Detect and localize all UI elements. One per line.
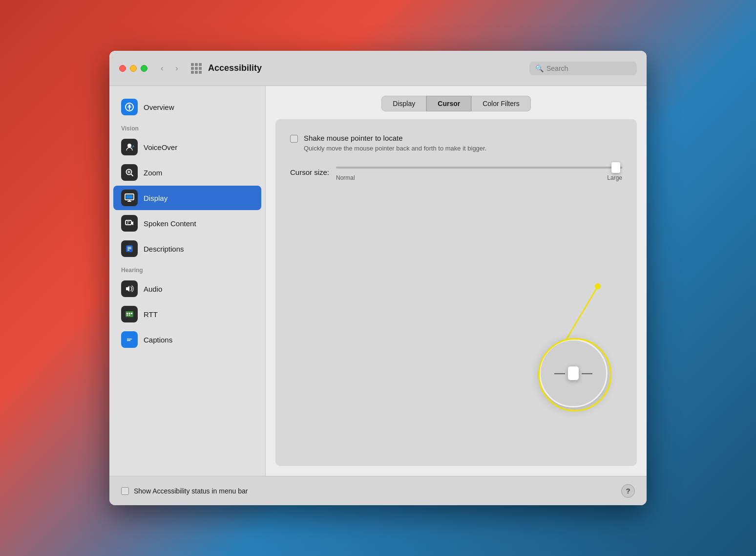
overview-icon [121,99,138,115]
sidebar-item-spoken-label: Spoken Content [144,219,196,228]
grid-button[interactable] [189,62,203,75]
sidebar-item-rtt[interactable]: RTT [113,302,261,326]
display-icon [121,190,138,206]
titlebar: ‹ › Accessibility 🔍 [109,51,647,86]
right-panel: Display Cursor Color Filters Shake mouse… [266,86,647,476]
cursor-size-row: Cursor size: Normal Large [290,163,622,181]
sidebar-item-display-label: Display [144,194,168,202]
sidebar-item-display[interactable]: Display [113,186,261,210]
audio-icon [121,280,138,297]
minimize-button[interactable] [130,65,137,72]
sidebar-item-voiceover[interactable]: VoiceOver [113,135,261,159]
sidebar-item-rtt-label: RTT [144,310,158,319]
bottom-checkbox-row: Show Accessibility status in menu bar [121,487,621,495]
slider-container: Normal Large [336,163,622,181]
slider-large-label: Large [607,174,622,181]
main-window: ‹ › Accessibility 🔍 [109,51,647,505]
nav-buttons: ‹ › [156,63,183,74]
spoken-content-icon [121,215,138,232]
shake-mouse-title: Shake mouse pointer to locate [304,134,486,142]
svg-point-1 [128,105,130,107]
sidebar-item-descriptions-label: Descriptions [144,245,184,253]
search-bar[interactable]: 🔍 [529,62,637,75]
svg-line-31 [564,286,598,344]
search-input[interactable] [546,64,625,72]
captions-icon [121,331,138,348]
slider-labels: Normal Large [336,174,622,181]
sidebar-item-zoom[interactable]: Zoom [113,160,261,185]
svg-rect-24 [131,313,132,314]
traffic-lights [119,65,147,72]
tab-cursor[interactable]: Cursor [426,96,471,111]
svg-rect-23 [129,313,130,314]
close-button[interactable] [119,65,126,72]
grid-icon [191,63,202,74]
slider-track [336,167,622,169]
svg-rect-14 [126,220,131,225]
svg-rect-26 [129,315,130,316]
shake-mouse-text: Shake mouse pointer to locate Quickly mo… [304,134,486,153]
rtt-icon [121,306,138,322]
shake-mouse-description: Quickly move the mouse pointer back and … [304,144,486,153]
svg-line-7 [131,174,133,176]
accessibility-status-label: Show Accessibility status in menu bar [134,487,248,495]
svg-rect-25 [126,315,128,316]
slider-thumb[interactable] [611,162,620,173]
sidebar-item-overview[interactable]: Overview [113,95,261,119]
vision-section-label: Vision [109,120,265,134]
svg-point-5 [132,147,133,148]
hearing-section-label: Hearing [109,262,265,276]
zoom-circle: — — [539,339,608,407]
slider-normal-label: Normal [336,174,355,181]
descriptions-icon [121,240,138,257]
slider-zoom-container: — — [539,339,608,407]
zoom-icon [121,164,138,181]
content-area: Shake mouse pointer to locate Quickly mo… [275,119,637,466]
sidebar-item-audio[interactable]: Audio [113,277,261,301]
svg-rect-27 [126,337,133,342]
search-icon: 🔍 [535,64,544,72]
svg-rect-13 [126,195,133,199]
help-button[interactable]: ? [621,484,635,498]
sidebar-item-spoken-content[interactable]: Spoken Content [113,211,261,235]
voiceover-icon [121,139,138,155]
sidebar: Overview Vision VoiceOver [109,86,266,476]
sidebar-item-audio-label: Audio [144,285,162,293]
svg-point-4 [127,144,131,148]
forward-button[interactable]: › [171,63,183,74]
yellow-circle-outline [538,338,611,411]
tab-display[interactable]: Display [381,96,426,111]
sidebar-item-captions[interactable]: Captions [113,327,261,352]
sidebar-item-descriptions[interactable]: Descriptions [113,236,261,261]
sidebar-item-voiceover-label: VoiceOver [144,143,177,151]
sidebar-item-captions-label: Captions [144,336,172,344]
main-content: Overview Vision VoiceOver [109,86,647,476]
slider-track-wrapper[interactable] [336,163,622,172]
accessibility-status-checkbox[interactable] [121,487,129,495]
sidebar-item-overview-label: Overview [144,103,174,111]
tabs-bar: Display Cursor Color Filters [275,96,637,111]
maximize-button[interactable] [141,65,147,72]
zoom-wrapper: — — [539,339,608,407]
cursor-size-label: Cursor size: [290,168,329,176]
tab-color-filters[interactable]: Color Filters [471,96,530,111]
slider-fill [336,167,588,169]
bottom-bar: Show Accessibility status in menu bar ? [109,476,647,505]
sidebar-item-zoom-label: Zoom [144,169,162,177]
shake-mouse-checkbox[interactable] [290,135,298,143]
window-title: Accessibility [208,63,529,73]
shake-mouse-row: Shake mouse pointer to locate Quickly mo… [290,134,622,153]
back-button[interactable]: ‹ [156,63,168,74]
svg-point-30 [595,283,601,289]
svg-rect-22 [126,313,128,314]
